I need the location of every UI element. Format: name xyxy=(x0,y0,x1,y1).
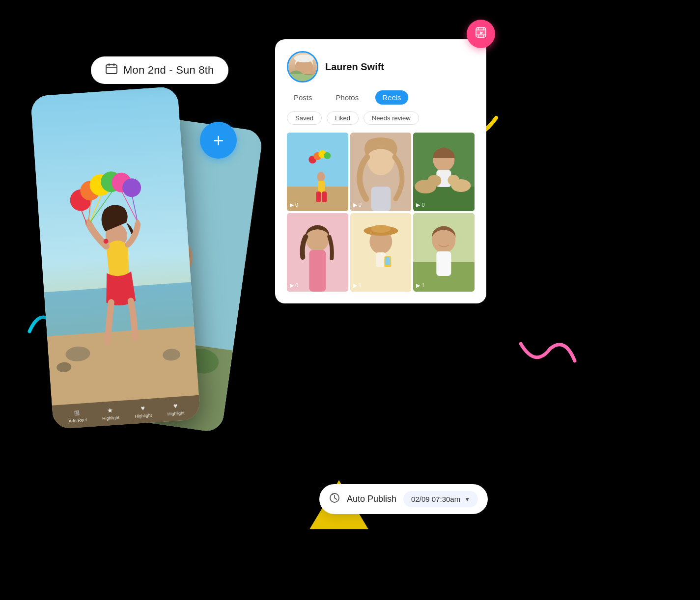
highlight-2-label: Highlight xyxy=(135,413,152,419)
svg-point-54 xyxy=(294,55,314,62)
grid-cell-2[interactable]: ▶ 0 xyxy=(350,133,412,211)
grid-cell-5-video-icon: ▶ 1 xyxy=(353,282,362,289)
plus-icon: + xyxy=(213,131,224,150)
svg-point-62 xyxy=(317,172,325,182)
highlight-2-icon: ♥ xyxy=(140,404,145,412)
auto-publish-icon xyxy=(329,492,340,506)
photo-grid: ▶ 0 ▶ 0 xyxy=(287,133,475,292)
profile-card: Lauren Swift Posts Photos Reels Saved Li… xyxy=(275,39,486,303)
grid-cell-4-video-icon: ▶ 0 xyxy=(290,282,298,289)
grid-cell-4[interactable]: ▶ 0 xyxy=(287,213,348,292)
svg-rect-79 xyxy=(309,250,326,292)
profile-tabs: Posts Photos Reels xyxy=(287,90,475,105)
phone-bar-add-reel: ⊞ Add Reel xyxy=(68,408,87,424)
phone-cards-container: ⊞ Add Reel ★ Highlight ♥ Highlight ♥ Hig… xyxy=(42,91,278,484)
profile-header: Lauren Swift xyxy=(287,51,475,82)
svg-point-61 xyxy=(324,152,331,159)
svg-rect-64 xyxy=(316,191,321,202)
grid-cell-2-video-icon: ▶ 0 xyxy=(353,202,362,208)
highlight-1-label: Highlight xyxy=(102,415,120,421)
phone-bar-highlight-1: ★ Highlight xyxy=(101,406,119,421)
filter-liked[interactable]: Liked xyxy=(327,111,359,125)
filter-pills: Saved Liked Needs review xyxy=(287,111,475,125)
phone-card-front: ⊞ Add Reel ★ Highlight ♥ Highlight ♥ Hig… xyxy=(30,86,201,429)
grid-cell-1[interactable]: ▶ 0 xyxy=(287,133,348,211)
calendar-icon xyxy=(106,63,117,77)
svg-point-83 xyxy=(371,225,391,233)
profile-avatar xyxy=(287,51,318,82)
auto-publish-date-value: 02/09 07:30am xyxy=(411,495,460,503)
tab-photos[interactable]: Photos xyxy=(329,90,366,105)
svg-point-76 xyxy=(448,175,460,186)
grid-cell-5[interactable]: ▶ 1 xyxy=(350,213,412,292)
tab-posts[interactable]: Posts xyxy=(287,90,319,105)
profile-name: Lauren Swift xyxy=(325,61,384,73)
grid-cell-6-video-icon: ▶ 1 xyxy=(416,282,424,289)
svg-point-74 xyxy=(428,175,442,187)
phone-bar-highlight-3: ♥ Highlight xyxy=(167,401,185,416)
calendar-pill[interactable]: Mon 2nd - Sun 8th xyxy=(91,56,228,84)
scene: Mon 2nd - Sun 8th xyxy=(0,0,700,600)
svg-rect-63 xyxy=(318,181,325,193)
filter-needs-review[interactable]: Needs review xyxy=(364,111,419,125)
grid-cell-6[interactable]: ▶ 1 xyxy=(413,213,475,292)
pink-squiggle xyxy=(516,334,580,375)
calendar-date-range: Mon 2nd - Sun 8th xyxy=(123,64,214,77)
auto-publish-label: Auto Publish xyxy=(347,494,396,504)
highlight-3-icon: ♥ xyxy=(173,402,177,410)
phone-bar-highlight-2: ♥ Highlight xyxy=(134,404,152,419)
svg-rect-55 xyxy=(288,74,318,82)
svg-rect-68 xyxy=(371,187,391,211)
plus-button[interactable]: + xyxy=(200,122,237,159)
reels-icon-badge[interactable] xyxy=(467,20,495,48)
grid-cell-3[interactable]: ▶ 0 xyxy=(413,133,475,211)
grid-cell-3-video-icon: ▶ 0 xyxy=(416,202,424,208)
auto-publish-chevron-icon: ▼ xyxy=(464,496,470,503)
add-reel-label: Add Reel xyxy=(68,417,87,424)
svg-rect-86 xyxy=(385,257,390,265)
auto-publish-date-button[interactable]: 02/09 07:30am ▼ xyxy=(403,491,478,507)
filter-saved[interactable]: Saved xyxy=(287,111,322,125)
highlight-1-icon: ★ xyxy=(107,406,113,414)
grid-cell-1-video-icon: ▶ 0 xyxy=(290,202,298,208)
svg-rect-0 xyxy=(106,65,117,74)
highlight-3-label: Highlight xyxy=(167,410,185,416)
auto-publish-pill[interactable]: Auto Publish 02/09 07:30am ▼ xyxy=(319,484,488,514)
reels-play-icon xyxy=(475,26,487,42)
svg-rect-65 xyxy=(322,191,327,202)
add-reel-icon: ⊞ xyxy=(74,409,81,417)
tab-reels[interactable]: Reels xyxy=(375,90,408,105)
svg-rect-90 xyxy=(437,251,451,276)
